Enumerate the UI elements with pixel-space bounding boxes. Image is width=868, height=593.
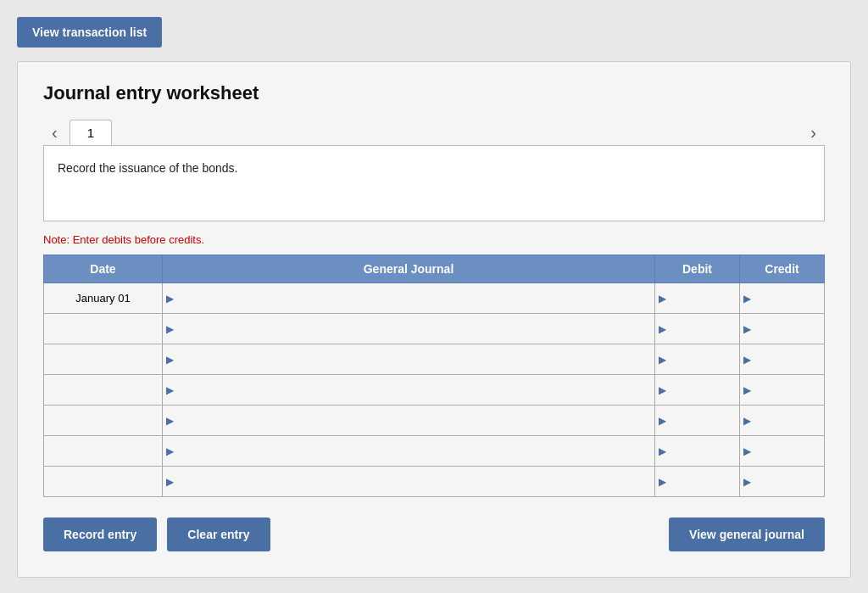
date-input-6[interactable] bbox=[44, 467, 162, 496]
debit-input-0[interactable] bbox=[655, 283, 739, 313]
credit-input-0[interactable] bbox=[740, 283, 824, 313]
table-header-row: Date General Journal Debit Credit bbox=[44, 255, 825, 283]
debit-cell-5[interactable]: ▶ bbox=[655, 436, 740, 467]
worksheet-container: Journal entry worksheet ‹ 1 › Record the… bbox=[17, 61, 851, 578]
debit-input-6[interactable] bbox=[655, 467, 739, 496]
journal-cell-4[interactable]: ▶ bbox=[163, 406, 655, 436]
journal-cell-3[interactable]: ▶ bbox=[163, 375, 655, 406]
journal-input-0[interactable] bbox=[163, 283, 654, 313]
debit-indicator-4: ▶ bbox=[659, 415, 666, 427]
worksheet-title: Journal entry worksheet bbox=[43, 82, 825, 104]
column-indicator-6: ▶ bbox=[166, 476, 174, 488]
date-input-3[interactable] bbox=[44, 375, 162, 405]
next-tab-button[interactable]: › bbox=[802, 120, 825, 144]
credit-input-6[interactable] bbox=[740, 467, 824, 496]
header-date: Date bbox=[44, 255, 163, 283]
date-input-4[interactable] bbox=[44, 406, 162, 435]
debit-cell-4[interactable]: ▶ bbox=[655, 406, 740, 436]
debit-input-4[interactable] bbox=[655, 406, 739, 435]
date-cell-0: January 01 bbox=[44, 283, 163, 314]
description-box: Record the issuance of the bonds. bbox=[43, 145, 825, 221]
debit-indicator-3: ▶ bbox=[659, 384, 666, 396]
header-general-journal: General Journal bbox=[163, 255, 655, 283]
column-indicator-2: ▶ bbox=[166, 354, 174, 366]
credit-cell-0[interactable]: ▶ bbox=[740, 283, 825, 314]
date-input-2[interactable] bbox=[44, 344, 162, 374]
credit-cell-3[interactable]: ▶ bbox=[740, 375, 825, 406]
credit-cell-5[interactable]: ▶ bbox=[740, 436, 825, 467]
bottom-buttons: Record entry Clear entry View general jo… bbox=[43, 517, 825, 551]
credit-input-5[interactable] bbox=[740, 436, 824, 466]
journal-input-2[interactable] bbox=[163, 344, 654, 374]
top-bar: View transaction list bbox=[17, 17, 851, 48]
date-cell-2 bbox=[44, 344, 163, 375]
credit-cell-2[interactable]: ▶ bbox=[740, 344, 825, 375]
credit-cell-6[interactable]: ▶ bbox=[740, 467, 825, 497]
journal-input-6[interactable] bbox=[163, 467, 654, 496]
debit-cell-1[interactable]: ▶ bbox=[655, 314, 740, 344]
debit-input-1[interactable] bbox=[655, 314, 739, 344]
date-cell-5 bbox=[44, 436, 163, 467]
view-transactions-button[interactable]: View transaction list bbox=[17, 17, 162, 48]
column-indicator-5: ▶ bbox=[166, 445, 174, 457]
journal-input-1[interactable] bbox=[163, 314, 654, 344]
debit-indicator-0: ▶ bbox=[659, 293, 666, 305]
column-indicator-3: ▶ bbox=[166, 384, 174, 396]
date-cell-1 bbox=[44, 314, 163, 344]
credit-indicator-1: ▶ bbox=[743, 323, 751, 335]
debit-input-3[interactable] bbox=[655, 375, 739, 405]
journal-input-5[interactable] bbox=[163, 436, 654, 466]
credit-cell-4[interactable]: ▶ bbox=[740, 406, 825, 436]
journal-input-4[interactable] bbox=[163, 406, 654, 435]
journal-cell-1[interactable]: ▶ bbox=[163, 314, 655, 344]
journal-input-3[interactable] bbox=[163, 375, 654, 405]
table-row: ▶▶▶ bbox=[44, 314, 825, 344]
column-indicator-1: ▶ bbox=[166, 323, 174, 335]
journal-cell-2[interactable]: ▶ bbox=[163, 344, 655, 375]
journal-cell-6[interactable]: ▶ bbox=[163, 467, 655, 497]
date-input-5[interactable] bbox=[44, 436, 162, 466]
journal-cell-0[interactable]: ▶ bbox=[163, 283, 655, 314]
date-input-1[interactable] bbox=[44, 314, 162, 344]
credit-indicator-4: ▶ bbox=[743, 415, 751, 427]
date-cell-4 bbox=[44, 406, 163, 436]
note-text: Note: Enter debits before credits. bbox=[43, 233, 825, 246]
record-entry-button[interactable]: Record entry bbox=[43, 517, 157, 551]
debit-indicator-6: ▶ bbox=[659, 476, 666, 488]
table-row: January 01▶▶▶ bbox=[44, 283, 825, 314]
debit-indicator-1: ▶ bbox=[659, 323, 666, 335]
debit-cell-2[interactable]: ▶ bbox=[655, 344, 740, 375]
credit-input-3[interactable] bbox=[740, 375, 824, 405]
debit-input-5[interactable] bbox=[655, 436, 739, 466]
credit-input-2[interactable] bbox=[740, 344, 824, 374]
credit-indicator-6: ▶ bbox=[743, 476, 751, 488]
date-cell-3 bbox=[44, 375, 163, 406]
table-row: ▶▶▶ bbox=[44, 406, 825, 436]
header-debit: Debit bbox=[655, 255, 740, 283]
header-credit: Credit bbox=[740, 255, 825, 283]
column-indicator-4: ▶ bbox=[166, 415, 174, 427]
credit-input-1[interactable] bbox=[740, 314, 824, 344]
credit-cell-1[interactable]: ▶ bbox=[740, 314, 825, 344]
debit-cell-3[interactable]: ▶ bbox=[655, 375, 740, 406]
clear-entry-button[interactable]: Clear entry bbox=[167, 517, 270, 551]
credit-indicator-5: ▶ bbox=[743, 445, 751, 457]
view-general-journal-button[interactable]: View general journal bbox=[669, 517, 825, 551]
journal-cell-5[interactable]: ▶ bbox=[163, 436, 655, 467]
table-row: ▶▶▶ bbox=[44, 375, 825, 406]
table-row: ▶▶▶ bbox=[44, 344, 825, 375]
debit-cell-0[interactable]: ▶ bbox=[655, 283, 740, 314]
credit-indicator-0: ▶ bbox=[743, 293, 751, 305]
tab-1[interactable]: 1 bbox=[70, 120, 112, 145]
debit-input-2[interactable] bbox=[655, 344, 739, 374]
tab-navigation: ‹ 1 › bbox=[43, 120, 825, 145]
prev-tab-button[interactable]: ‹ bbox=[43, 120, 66, 144]
credit-indicator-3: ▶ bbox=[743, 384, 751, 396]
credit-indicator-2: ▶ bbox=[743, 354, 751, 366]
debit-cell-6[interactable]: ▶ bbox=[655, 467, 740, 497]
date-cell-6 bbox=[44, 467, 163, 497]
debit-indicator-5: ▶ bbox=[659, 445, 666, 457]
column-indicator-0: ▶ bbox=[166, 293, 174, 305]
journal-table: Date General Journal Debit Credit Januar… bbox=[43, 255, 825, 497]
credit-input-4[interactable] bbox=[740, 406, 824, 435]
